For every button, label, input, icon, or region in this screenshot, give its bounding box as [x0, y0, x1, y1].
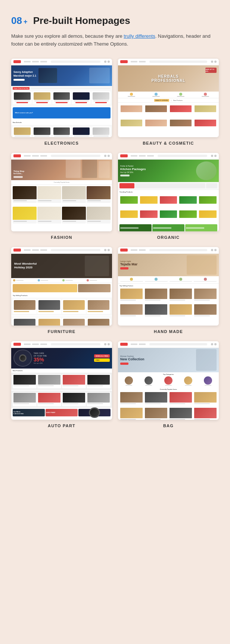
page-header: 08+ Pre-built Homepages: [11, 15, 219, 27]
nav-item: [139, 249, 146, 251]
service-item: [144, 277, 168, 283]
hero-title: Savoy AdaptiveMarshall major 2.1: [13, 70, 36, 78]
service-item: [119, 93, 143, 97]
organic-product: [159, 210, 178, 221]
product-image: [88, 300, 109, 310]
category-text: [205, 385, 211, 386]
product-image: [170, 408, 192, 418]
promo-banner-2: [152, 224, 184, 231]
promo-2: [78, 284, 111, 292]
card-beauty[interactable]: HERBALSPROFESSIONAL SAVE UP TO 50%: [118, 59, 219, 145]
product-bar: [87, 200, 101, 201]
bag-product: [169, 407, 193, 420]
mock-body: Lamps made Tejada Mar: [118, 254, 219, 326]
product-image: [179, 196, 197, 204]
product-image: [145, 304, 167, 315]
mock-nav: [131, 343, 146, 345]
product-mini: [52, 126, 71, 137]
organic-hero: Fisher & Packel Kitchen Packages Hot Up …: [118, 160, 219, 182]
nav-item: [32, 155, 39, 157]
beauty-services: [118, 92, 219, 98]
nav-item: [131, 249, 137, 251]
service-text: [152, 96, 160, 97]
product-image: [170, 289, 192, 299]
product-bar: [13, 385, 29, 386]
auto-bottom-banners: Car MotorLubricant Sale BODY PAINT: [11, 408, 112, 417]
product-image: [194, 408, 217, 418]
furniture-product: [13, 299, 37, 314]
auto-promo-1: Car MotorLubricant Sale: [13, 409, 45, 416]
electronics-new-arrivals: [11, 125, 112, 137]
handmade-product: [193, 288, 217, 302]
product-image: [53, 127, 70, 135]
bag-hero-text: Woman Fashion New Collection: [120, 355, 196, 365]
mock-handmade: Lamps made Tejada Mar: [118, 247, 219, 326]
service-item: [169, 277, 193, 283]
beauty-product: [144, 118, 168, 130]
product-mini-3: [52, 91, 71, 104]
product-image: [34, 92, 50, 100]
user-icon: [214, 61, 217, 63]
organic-img-placeholder: [196, 161, 217, 180]
mock-search-bar: [51, 249, 100, 251]
product-bar: [170, 315, 185, 316]
mock-body: Woman Fashion New Collection Top Categor…: [118, 348, 219, 420]
card-furniture[interactable]: Most WonderfulHoliday 2020: [11, 247, 112, 334]
product-bar: [120, 300, 136, 301]
new-products-label: New Products: [11, 369, 112, 373]
nav-item: [40, 155, 47, 157]
description-text-before: Make sure you explore all demos, because…: [11, 33, 124, 39]
product-info: [62, 199, 86, 203]
mock-header-icons: [104, 155, 110, 157]
page-title: Pre-built Homepages: [33, 15, 130, 27]
product-name: [15, 136, 29, 136]
product-bar: [63, 221, 76, 222]
card-auto[interactable]: TAKE CAREOF YOUR TIRE 35% Get up to $50 …: [11, 341, 112, 428]
service-item: [193, 277, 217, 283]
product-image: [120, 408, 143, 418]
product-image: [160, 210, 177, 218]
card-organic[interactable]: Fisher & Packel Kitchen Packages Hot Up …: [118, 153, 219, 240]
product-price: [36, 102, 48, 103]
product-bar: [88, 311, 103, 312]
card-label-furniture: FURNITURE: [48, 329, 75, 334]
product-image: [195, 105, 216, 112]
product-image: [38, 319, 60, 326]
card-label-handmade: HAND MADE: [154, 329, 183, 334]
nav-item: [40, 249, 47, 251]
product-price: [95, 102, 107, 103]
nav-item: [131, 155, 137, 157]
product-image: [120, 392, 143, 403]
card-fashion[interactable]: Thông Shopfor Extra... Currently Popular…: [11, 153, 112, 240]
product-image: [194, 304, 217, 315]
mock-logo-icon: [120, 343, 128, 346]
service-text: [170, 281, 192, 282]
bag-product: [144, 407, 168, 420]
organic-products-2: [118, 208, 219, 222]
cart-icon: [104, 249, 106, 251]
card-electronics[interactable]: Savoy AdaptiveMarshall major 2.1 Super D…: [11, 59, 112, 145]
card-handmade[interactable]: Lamps made Tejada Mar: [118, 247, 219, 334]
product-bar: [145, 300, 161, 301]
card-bag[interactable]: Woman Fashion New Collection Top Categor…: [118, 341, 219, 428]
product-image: [199, 196, 217, 204]
cart-icon: [211, 343, 213, 345]
fashion-item: [37, 186, 61, 203]
new-arrivals-label: New Arrivals: [11, 120, 112, 125]
furniture-hero-text: Most WonderfulHoliday 2020: [14, 262, 83, 270]
service-icon: [130, 93, 133, 96]
trully-differents-link[interactable]: trully differents: [124, 33, 155, 39]
fashion-hero-img-2: [82, 160, 97, 178]
mock-bag: Woman Fashion New Collection Top Categor…: [118, 341, 219, 420]
card-label-bag: BAG: [163, 423, 174, 428]
demo-count-plus: +: [24, 18, 28, 26]
fashion-hero-img-3: [99, 161, 110, 178]
nav-item: [139, 343, 146, 345]
product-image: [13, 207, 37, 220]
service-item: [119, 277, 144, 283]
product-bar: [145, 419, 161, 420]
product-bar: [194, 300, 210, 301]
product-image: [170, 304, 192, 315]
furniture-product: [87, 299, 111, 314]
service-icon: [179, 278, 182, 281]
